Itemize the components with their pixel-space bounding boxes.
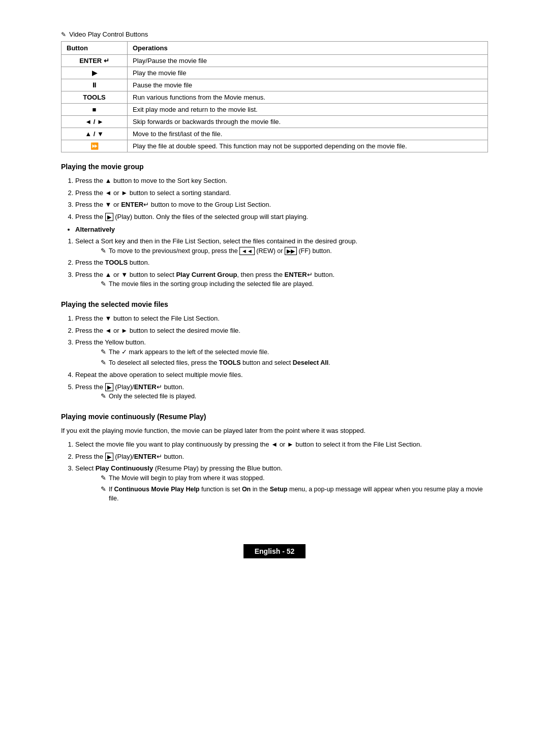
table-note-row: ✎ Video Play Control Buttons	[61, 30, 488, 38]
s3-note2-text: If Continuous Movie Play Help function i…	[109, 485, 488, 504]
section2-note1: ✎ The ✓ mark appears to the left of the …	[75, 348, 488, 357]
alt-note2: ✎ The movie files in the sorting group i…	[75, 279, 488, 289]
list-item: Repeat the above operation to select mul…	[75, 370, 488, 380]
section1-steps: Press the ▲ button to move to the Sort k…	[61, 176, 488, 222]
table-cell-button: ▶	[62, 67, 128, 79]
section3-note1: ✎ The Movie will begin to play from wher…	[75, 474, 488, 483]
table-cell-operation: Play the file at double speed. This func…	[128, 140, 488, 152]
list-item: Select Play Continuously (Resume Play) b…	[75, 463, 488, 503]
table-cell-operation: Run various functions from the Movie men…	[128, 91, 488, 104]
note-icon: ✎	[61, 31, 66, 38]
table-row: ▶Play the movie file	[62, 67, 488, 79]
note-symbol: ✎	[101, 485, 106, 494]
alternatively-label: Alternatively	[75, 226, 488, 233]
table-row: ENTER ↵Play/Pause the movie file	[62, 55, 488, 67]
section2-heading: Playing the selected movie files	[61, 300, 488, 308]
table-row: TOOLSRun various functions from the Movi…	[62, 91, 488, 104]
note-symbol: ✎	[101, 279, 106, 289]
list-item: Press the ◄ or ► button to select the de…	[75, 326, 488, 336]
section2-steps: Press the ▼ button to select the File Li…	[61, 313, 488, 401]
table-cell-button: ENTER ↵	[62, 55, 128, 67]
list-item: Press the TOOLS button.	[75, 258, 488, 268]
table-header-operations: Operations	[128, 42, 488, 55]
section2-note3: ✎ Only the selected file is played.	[75, 392, 488, 401]
table-cell-button: ▲ / ▼	[62, 128, 128, 140]
note3-text: Only the selected file is played.	[109, 392, 196, 401]
note-symbol: ✎	[101, 358, 106, 368]
alternatively-list: Alternatively	[61, 226, 488, 233]
table-row: ⏩Play the file at double speed. This fun…	[62, 140, 488, 152]
list-item: Press the ▼ or ENTER↵ button to move to …	[75, 200, 488, 210]
alt-note1: ✎ To move to the previous/next group, pr…	[75, 246, 488, 256]
list-item: Press the ▼ button to select the File Li…	[75, 313, 488, 324]
list-item: Press the ▲ button to move to the Sort k…	[75, 176, 488, 186]
table-row: ▲ / ▼Move to the first/last of the file.	[62, 128, 488, 140]
section3-heading: Playing movie continuously (Resume Play)	[61, 413, 488, 421]
section3-heading-text: Playing movie continuously (Resume Play)	[61, 413, 206, 421]
list-item: Press the ▶ (Play)/ENTER↵ button.	[75, 452, 488, 462]
table-note-label: Video Play Control Buttons	[69, 30, 148, 38]
page-container: ✎ Video Play Control Buttons Button Oper…	[61, 30, 488, 558]
note-symbol: ✎	[101, 392, 106, 401]
table-cell-operation: Play/Pause the movie file	[128, 55, 488, 67]
alt-note2-text: The movie files in the sorting group inc…	[109, 279, 314, 289]
table-row: ⏸Pause the movie file	[62, 79, 488, 91]
table-cell-operation: Skip forwards or backwards through the m…	[128, 116, 488, 128]
table-header-button: Button	[62, 42, 128, 55]
list-item: Press the Yellow button. ✎ The ✓ mark ap…	[75, 337, 488, 368]
section3-intro: If you exit the playing movie function, …	[61, 426, 488, 436]
section1-alt-steps: Select a Sort key and then in the File L…	[61, 236, 488, 289]
table-cell-button: ◄ / ►	[62, 116, 128, 128]
table-cell-operation: Move to the first/last of the file.	[128, 128, 488, 140]
table-row: ◄ / ►Skip forwards or backwards through …	[62, 116, 488, 128]
table-cell-button: ■	[62, 104, 128, 116]
section2-note2: ✎ To deselect all selected files, press …	[75, 358, 488, 368]
alt-note1-text: To move to the previous/next group, pres…	[109, 246, 332, 256]
section3-note2: ✎ If Continuous Movie Play Help function…	[75, 485, 488, 504]
table-cell-button: TOOLS	[62, 91, 128, 104]
table-cell-button: ⏩	[62, 140, 128, 152]
list-item: Select a Sort key and then in the File L…	[75, 236, 488, 256]
section1-heading: Playing the movie group	[61, 163, 488, 171]
list-item: Press the ▶ (Play) button. Only the file…	[75, 212, 488, 222]
note-symbol: ✎	[101, 474, 106, 483]
video-controls-table: Button Operations ENTER ↵Play/Pause the …	[61, 41, 488, 152]
note2-text: To deselect all selected files, press th…	[109, 358, 330, 368]
list-item: Press the ▲ or ▼ button to select Play C…	[75, 270, 488, 289]
list-item: Select the movie file you want to play c…	[75, 439, 488, 450]
note-symbol: ✎	[101, 246, 106, 256]
list-item: Press the ▶ (Play)/ENTER↵ button. ✎ Only…	[75, 382, 488, 401]
table-cell-button: ⏸	[62, 79, 128, 91]
note-symbol: ✎	[101, 348, 106, 357]
table-cell-operation: Play the movie file	[128, 67, 488, 79]
note1-text: The ✓ mark appears to the left of the se…	[109, 348, 269, 357]
table-cell-operation: Pause the movie file	[128, 79, 488, 91]
list-item: Press the ◄ or ► button to select a sort…	[75, 188, 488, 198]
footer-badge: English - 52	[243, 544, 306, 558]
table-row: ■Exit play mode and return to the movie …	[62, 104, 488, 116]
s3-note1-text: The Movie will begin to play from where …	[109, 474, 264, 483]
table-cell-operation: Exit play mode and return to the movie l…	[128, 104, 488, 116]
section3-steps: Select the movie file you want to play c…	[61, 439, 488, 503]
footer-bar: English - 52	[61, 544, 488, 558]
